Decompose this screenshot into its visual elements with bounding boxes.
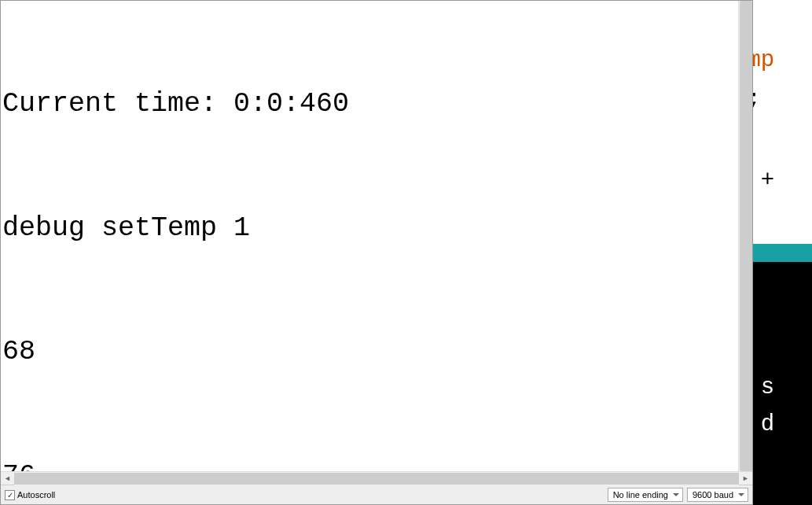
serial-monitor-window: Current time: 0:0:460 debug setTemp 1 68… bbox=[0, 0, 753, 505]
serial-output-area[interactable]: Current time: 0:0:460 debug setTemp 1 68… bbox=[1, 1, 752, 471]
baud-rate-dropdown[interactable]: 9600 baud bbox=[687, 488, 748, 502]
vertical-scrollbar-thumb[interactable] bbox=[740, 1, 752, 471]
scroll-right-arrow-icon[interactable]: ► bbox=[739, 472, 752, 485]
vertical-scrollbar[interactable] bbox=[738, 1, 752, 471]
horizontal-scrollbar-track[interactable] bbox=[14, 472, 739, 485]
serial-line: 68 bbox=[2, 331, 752, 373]
serial-monitor-toolbar: ✓ Autoscroll No line ending 9600 baud bbox=[1, 485, 752, 504]
autoscroll-checkbox-group[interactable]: ✓ Autoscroll bbox=[5, 490, 55, 500]
horizontal-scrollbar[interactable]: ◄ ► bbox=[1, 471, 752, 485]
serial-line: 76 bbox=[2, 455, 752, 472]
scroll-left-arrow-icon[interactable]: ◄ bbox=[1, 472, 14, 485]
baud-rate-selected: 9600 baud bbox=[693, 490, 733, 499]
serial-line: debug setTemp 1 bbox=[2, 208, 752, 249]
line-ending-selected: No line ending bbox=[613, 490, 668, 499]
autoscroll-label: Autoscroll bbox=[17, 490, 55, 499]
horizontal-scrollbar-thumb[interactable] bbox=[14, 473, 739, 485]
line-ending-dropdown[interactable]: No line ending bbox=[608, 488, 683, 502]
serial-line: Current time: 0:0:460 bbox=[2, 83, 752, 125]
autoscroll-checkbox[interactable]: ✓ bbox=[5, 490, 15, 500]
